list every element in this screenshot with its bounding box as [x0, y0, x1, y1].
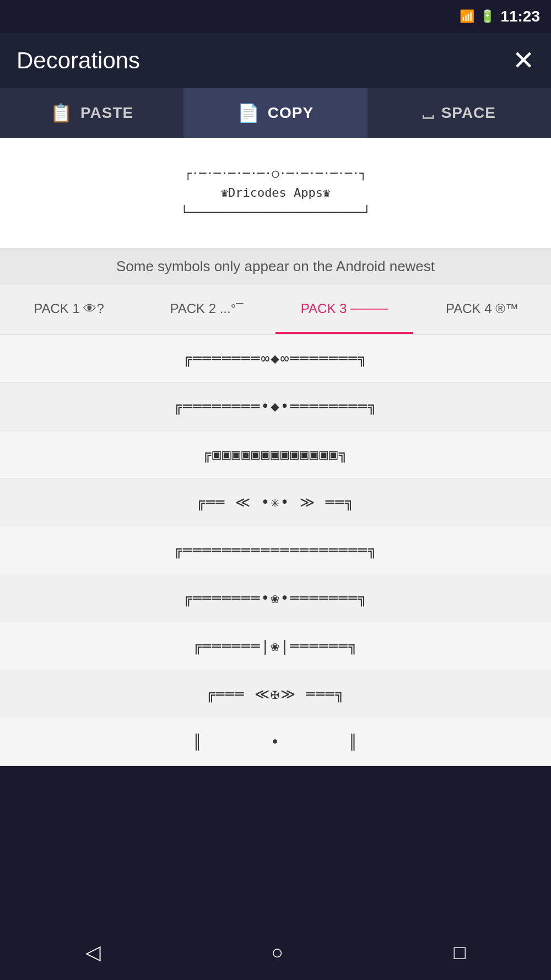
decoration-symbol: ╔═══════•❀•═══════╗ — [183, 590, 368, 606]
preview-line1: ┌·─·─·─·─·─·○·─·─·─·─·─·┐ — [181, 164, 370, 183]
copy-icon: 📄 — [237, 103, 260, 123]
list-item[interactable]: ╔═══════════════════╗ — [0, 526, 551, 574]
tab-pack1[interactable]: PACK 1 👁? — [0, 285, 138, 334]
preview-line2: ♛Dricodes Apps♛ — [181, 183, 370, 202]
lte-icon: 📶 — [460, 9, 474, 24]
decoration-list: ╔═══════∞◆∞═══════╗ ╔════════•◆•════════… — [0, 335, 551, 766]
list-item[interactable]: ║ • ║ — [0, 718, 551, 766]
tab-pack2-label: PACK 2 ...°¯ — [170, 301, 243, 316]
list-item[interactable]: ╔══════|❀|══════╗ — [0, 622, 551, 670]
preview-line3: └────────────────────────┘ — [181, 203, 370, 222]
preview-area: ┌·─·─·─·─·─·○·─·─·─·─·─·┐ ♛Dricodes Apps… — [0, 138, 551, 248]
decoration-symbol: ║ • ║ — [193, 734, 358, 750]
home-button[interactable]: ○ — [271, 941, 283, 964]
status-icons: 📶 🔋 11:23 — [460, 8, 540, 25]
space-label: SPACE — [441, 104, 496, 122]
toolbar: 📋 PASTE 📄 COPY ⎵ SPACE — [0, 88, 551, 138]
decoration-symbol: ╔▣▣▣▣▣▣▣▣▣▣▣▣▣╗ — [203, 446, 349, 462]
tab-pack4[interactable]: PACK 4 ®™ — [413, 285, 551, 334]
battery-icon: 🔋 — [480, 9, 495, 24]
paste-icon: 📋 — [50, 103, 73, 123]
list-item[interactable]: ╔═══════∞◆∞═══════╗ — [0, 335, 551, 383]
tab-pack4-label: PACK 4 ®™ — [446, 301, 518, 316]
tab-pack3-label: PACK 3 ──── — [301, 301, 388, 316]
tab-pack2[interactable]: PACK 2 ...°¯ — [138, 285, 276, 334]
back-button[interactable]: ◁ — [85, 941, 101, 964]
tab-pack3[interactable]: PACK 3 ──── — [276, 285, 413, 334]
space-icon: ⎵ — [423, 103, 434, 123]
paste-button[interactable]: 📋 PASTE — [0, 88, 183, 138]
list-item[interactable]: ╔▣▣▣▣▣▣▣▣▣▣▣▣▣╗ — [0, 430, 551, 478]
paste-label: PASTE — [80, 104, 133, 122]
preview-content: ┌·─·─·─·─·─·○·─·─·─·─·─·┐ ♛Dricodes Apps… — [181, 164, 370, 222]
space-button[interactable]: ⎵ SPACE — [368, 88, 551, 138]
copy-button[interactable]: 📄 COPY — [183, 88, 367, 138]
tab-pack1-label: PACK 1 👁? — [34, 301, 104, 316]
decoration-symbol: ╔══════|❀|══════╗ — [193, 638, 358, 654]
list-item[interactable]: ╔══ ≪ •✳• ≫ ══╗ — [0, 478, 551, 526]
recent-button[interactable]: □ — [454, 941, 466, 964]
decoration-symbol: ╔═══════════════════╗ — [174, 542, 378, 558]
decoration-symbol: ╔═══════∞◆∞═══════╗ — [183, 350, 368, 367]
decoration-symbol: ╔════════•◆•════════╗ — [174, 398, 378, 414]
info-text: Some symbols only appear on the Android … — [0, 248, 551, 285]
nav-bar: ◁ ○ □ — [0, 925, 551, 980]
status-bar: 📶 🔋 11:23 — [0, 0, 551, 33]
list-item[interactable]: ╔═══ ≪✠≫ ═══╗ — [0, 670, 551, 718]
copy-label: COPY — [268, 104, 314, 122]
list-item[interactable]: ╔═══════•❀•═══════╗ — [0, 574, 551, 622]
close-button[interactable]: ✕ — [512, 47, 534, 74]
page-title: Decorations — [17, 47, 140, 74]
app-header: Decorations ✕ — [0, 33, 551, 88]
list-item[interactable]: ╔════════•◆•════════╗ — [0, 383, 551, 430]
pack-tabs: PACK 1 👁? PACK 2 ...°¯ PACK 3 ──── PACK … — [0, 285, 551, 335]
decoration-symbol: ╔═══ ≪✠≫ ═══╗ — [206, 686, 345, 702]
decoration-symbol: ╔══ ≪ •✳• ≫ ══╗ — [196, 494, 355, 510]
status-time: 11:23 — [500, 8, 540, 25]
